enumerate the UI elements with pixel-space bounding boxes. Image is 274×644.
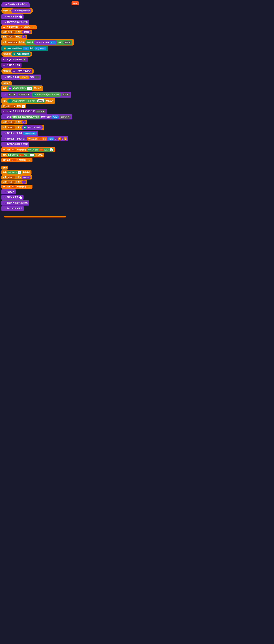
cache-img-row: K10 缓存显示TF卡图片 合并 INT 获取变量 c ▼ 的值 ".png" … bbox=[2, 136, 78, 141]
light-condition: K10 读取环境光强度 > 500 bbox=[7, 86, 33, 90]
play-audio-row: K10 后台播放TF卡音频 "hongbao.wav" bbox=[2, 131, 78, 136]
time-expr: K10 系统运行时间(ms) - 变量 时间 bbox=[32, 92, 61, 97]
stop-audio-row: K10 停止TF卡音频播放 bbox=[2, 206, 78, 211]
stop-audio-block[interactable]: K10 停止TF卡音频播放 bbox=[2, 206, 24, 211]
flag-dropdown[interactable]: 标识 ▼ bbox=[7, 35, 15, 38]
if-time-block[interactable]: 如果 K10 系统运行时间(ms) - 变量 时间 > 18000 那么执行 bbox=[2, 98, 55, 104]
overwrite-dropdown[interactable]: 覆盖模式 ▼ bbox=[59, 116, 71, 118]
cache-img-block[interactable]: K10 缓存显示TF卡图片 合并 INT 获取变量 c ▼ 的值 ".png" … bbox=[2, 136, 68, 141]
mqtt-init-block[interactable]: MQTT MQTT 初始化参数 ⚙ bbox=[2, 57, 28, 62]
time-value[interactable]: -18000 bbox=[22, 30, 31, 34]
var-c-dropdown[interactable]: c ▼ bbox=[18, 26, 24, 28]
set-bless-block[interactable]: 设置 祝福次数 ▼ 的值为 将字符串 K10 读取TF卡文件 "/js.txt"… bbox=[2, 39, 74, 46]
wait-wifi-block[interactable]: 等待直到 📶 Wi-Fi 连接成功? bbox=[2, 52, 32, 56]
hat-label: 行空板K10主程序开始 bbox=[8, 3, 28, 6]
assign-c-block[interactable]: INT 变量 c ▼ 的值赋值为: INT 获取变量 c ▼ 的值 + 1 bbox=[2, 147, 55, 152]
play-audio-block[interactable]: K10 后台播放TF卡音频 "hongbao.wav" bbox=[2, 131, 38, 136]
c2-value: 1 bbox=[27, 185, 31, 188]
set-flag3-block[interactable]: 设置 标识 ▼ 的值为 1 bbox=[2, 180, 27, 184]
loop-row: 循环执行 bbox=[2, 81, 78, 85]
c-dropdown5[interactable]: c ▼ bbox=[19, 154, 24, 156]
wifi-connect-block[interactable]: 📶 Wi-Fi 连接到 热点: "sxs" 密码: "smj080823" bbox=[2, 46, 48, 51]
zero-val: 0 bbox=[18, 171, 21, 174]
time-threshold: 18000 bbox=[37, 99, 44, 102]
k10-icon2: K10 bbox=[13, 9, 17, 12]
time3-value: -18000 bbox=[22, 176, 31, 179]
ssid-value: "sxs" bbox=[23, 47, 29, 50]
if-flag-block[interactable]: 如果 变量 标识 = 0 那么执行 bbox=[2, 170, 32, 175]
set-time-block[interactable]: 设置 时间 ▼ 的值为 -18000 bbox=[2, 30, 32, 34]
c-var3[interactable]: c ▼ bbox=[11, 159, 16, 161]
set-time2-row: 设置 时间 ▼ 的值为 K10 系统运行时间(ms) bbox=[2, 124, 78, 130]
int-c-row: INT 定义整型变量 c ▼ 的值为: 1 bbox=[2, 25, 78, 30]
play-sound-block[interactable]: K10 播放音符 音调 1 低 C/C3 节拍 1 ▼ bbox=[2, 74, 41, 80]
c-var2[interactable]: c ▼ bbox=[11, 148, 16, 151]
assign-c-row: INT 变量 c ▼ 的值赋值为: INT 获取变量 c ▼ 的值 + 1 bbox=[2, 147, 78, 152]
if-c-block[interactable]: 如果 INT 获取变量 c ▼ 的值 > 12 那么执行 bbox=[2, 152, 44, 158]
reset-c2-block[interactable]: INT 变量 c ▼ 的值赋值为: 1 bbox=[2, 184, 33, 189]
mqtt-send-block[interactable]: MQTT MQTT 发送消息 变量 祝福次数 至 Topic_0 ▼ bbox=[2, 109, 47, 114]
wait-mqtt-block[interactable]: 等待直到 MQTT MQTT 连接成功? bbox=[2, 68, 34, 74]
time3-dropdown[interactable]: 时间 ▼ bbox=[7, 176, 15, 179]
show-bg2-block[interactable]: K10 显示纯色背景 ⬤ bbox=[2, 195, 24, 200]
c-dropdown3[interactable]: c ▼ bbox=[38, 138, 42, 140]
inc-bless-block[interactable]: 将 祝福次数 ▼ 增加 1 bbox=[2, 104, 26, 108]
flag3-dropdown[interactable]: 标识 ▼ bbox=[7, 181, 15, 184]
wait-sd-block[interactable]: 等待直到 K10 SD卡初始化成功 bbox=[2, 8, 33, 14]
newline-dropdown[interactable]: 换行 ▼ bbox=[62, 93, 70, 96]
mqtt-connect-row: MQTT MQTT 发起连接 bbox=[2, 62, 78, 68]
k10-icon11: K10 bbox=[3, 115, 7, 119]
set-flag2-block[interactable]: 设置 标识 ▼ 的值为 0 bbox=[2, 120, 27, 124]
topic-dropdown[interactable]: Topic_0 ▼ bbox=[35, 110, 46, 113]
if-light-block[interactable]: 如果 K10 读取环境光强度 > 500 那么执行 bbox=[2, 86, 43, 91]
k10-icon7: K10 bbox=[9, 86, 12, 90]
bless-dropdown[interactable]: 祝福次数 ▼ bbox=[7, 41, 18, 44]
update-display2-block[interactable]: K10 将缓存内容显示/显示更新 bbox=[2, 142, 29, 147]
hat-block[interactable]: K10 行空板K10主程序开始 bbox=[2, 2, 30, 7]
save-file-block[interactable]: K10 存储 将数字 变量 祝福次数 转换为字符串 到TF卡文件 "/js.tx… bbox=[2, 114, 72, 120]
update-display2-row: K10 将缓存内容显示/显示更新 bbox=[2, 142, 78, 147]
loop-block[interactable]: 循环执行 bbox=[2, 81, 12, 85]
update-display3-block[interactable]: K10 将缓存内容显示/显示更新 bbox=[2, 200, 29, 206]
serial-port[interactable]: 串口0 ▼ bbox=[8, 93, 16, 96]
time-dropdown[interactable]: 时间 ▼ bbox=[7, 30, 15, 34]
flag-value[interactable]: 0 bbox=[22, 35, 26, 38]
clear-screen-block[interactable]: K10 清除全屏 bbox=[2, 189, 16, 194]
plus-one: 1 bbox=[50, 148, 53, 151]
time2-dropdown[interactable]: 时间 ▼ bbox=[7, 126, 15, 129]
c-gt-12: INT 获取变量 c ▼ 的值 > 12 bbox=[7, 153, 35, 157]
output-type[interactable]: 字符串输出 ▼ bbox=[18, 93, 31, 96]
convert-type[interactable]: 整数 ▼ bbox=[63, 41, 71, 44]
x-value: 0 bbox=[58, 137, 61, 140]
c-var4[interactable]: c ▼ bbox=[11, 186, 16, 188]
int-c-block[interactable]: INT 定义整型变量 c ▼ 的值为: 1 bbox=[2, 25, 37, 30]
show-bg-block[interactable]: K10 显示纯色背景 ⬤ bbox=[2, 14, 24, 19]
k10-icon15: K10 bbox=[3, 142, 7, 146]
time-condition: K10 系统运行时间(ms) - 变量 时间 > 18000 bbox=[7, 98, 45, 103]
c-value[interactable]: 1 bbox=[31, 26, 35, 29]
mqtt-connect-block[interactable]: MQTT MQTT 发起连接 bbox=[2, 62, 22, 68]
int-get-c: INT 获取变量 c ▼ 的值 bbox=[27, 137, 47, 140]
k10-icon8: K10 bbox=[3, 93, 7, 96]
flag2-dropdown[interactable]: 标识 ▼ bbox=[7, 120, 15, 124]
update-display-block[interactable]: K10 将缓存内容显示/显示更新 bbox=[2, 20, 29, 25]
bless-var[interactable]: 祝福次数 ▼ bbox=[5, 105, 17, 108]
serial-out-block[interactable]: K10 串口0 ▼ 字符串输出 ▼ K10 系统运行时间(ms) - 变量 时间… bbox=[2, 92, 71, 98]
audio-file: "hongbao.wav" bbox=[23, 132, 37, 135]
set-flag-row: 设置 标识 ▼ 的值为 0 bbox=[2, 34, 78, 39]
c-dropdown4[interactable]: c ▼ bbox=[39, 148, 44, 151]
set-time2-block[interactable]: 设置 时间 ▼ 的值为 K10 系统运行时间(ms) bbox=[2, 124, 44, 130]
if-light-row: 如果 K10 读取环境光强度 > 500 那么执行 bbox=[2, 86, 78, 91]
else-block: 否则 bbox=[2, 166, 8, 170]
reset-c-block[interactable]: INT 变量 c ▼ 的值赋值为: 1 bbox=[2, 158, 33, 162]
beat-dropdown[interactable]: 1 ▼ bbox=[34, 76, 40, 78]
set-time3-block[interactable]: 设置 时间 ▼ 的值为 -18000 bbox=[2, 175, 32, 180]
gear-icon[interactable]: ⚙ bbox=[23, 58, 26, 61]
convert-block: 将字符串 K10 读取TF卡文件 "/js.txt" 转换为 整数 ▼ bbox=[25, 40, 72, 45]
set-flag3-row: 设置 标识 ▼ 的值为 1 bbox=[2, 180, 78, 184]
reset-c-row: INT 变量 c ▼ 的值赋值为: 1 bbox=[2, 158, 78, 162]
set-flag-block[interactable]: 设置 标识 ▼ 的值为 0 bbox=[2, 34, 27, 39]
if-flag-row: 如果 变量 标识 = 0 那么执行 bbox=[2, 170, 78, 175]
logo: 创客社区 bbox=[72, 1, 79, 6]
flag2-value[interactable]: 0 bbox=[22, 120, 26, 124]
